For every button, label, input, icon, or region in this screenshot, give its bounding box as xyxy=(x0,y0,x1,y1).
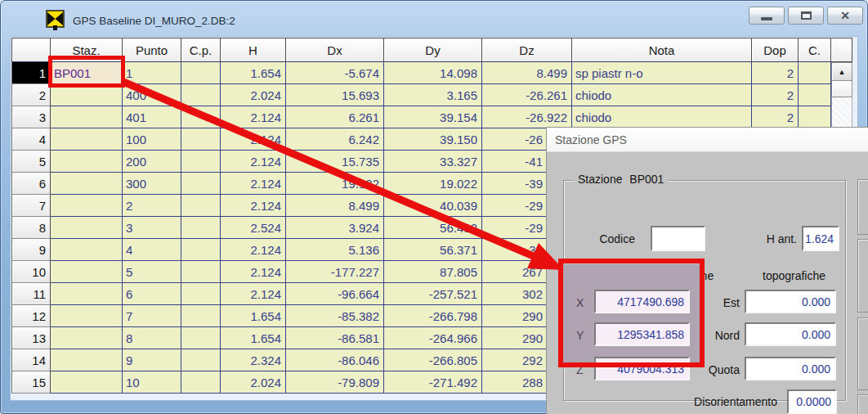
table-cell-staz-row8[interactable] xyxy=(51,217,123,239)
table-cell-cp-row2[interactable] xyxy=(181,84,221,106)
table-cell-dx-row11[interactable]: -96.664 xyxy=(286,283,384,305)
table-cell-dx-row6[interactable]: 19.122 xyxy=(286,173,384,195)
table-cell-dx-row1[interactable]: -5.674 xyxy=(286,62,384,84)
table-cell-h-row7[interactable]: 2.124 xyxy=(221,195,286,217)
table-cell-dz-row1[interactable]: 8.499 xyxy=(482,62,572,84)
nord-input[interactable] xyxy=(745,322,836,346)
row-selector-8[interactable]: 8 xyxy=(11,217,51,239)
table-cell-h-row13[interactable]: 1.654 xyxy=(221,327,286,349)
table-cell-staz-row10[interactable] xyxy=(51,261,123,283)
table-cell-h-row4[interactable]: 2.124 xyxy=(221,128,286,151)
table-cell-punto-row13[interactable]: 8 xyxy=(123,327,181,349)
table-cell-dy-row8[interactable]: 56.492 xyxy=(384,217,482,239)
table-cell-h-row14[interactable]: 2.324 xyxy=(221,349,286,371)
table-cell-dop-row3[interactable]: 2 xyxy=(752,106,799,128)
dialog-side-button-1[interactable] xyxy=(857,179,868,235)
table-cell-dx-row7[interactable]: 8.499 xyxy=(286,195,384,217)
table-cell-dop-row1[interactable]: 2 xyxy=(752,62,799,84)
row-selector-13[interactable]: 13 xyxy=(11,327,51,349)
table-cell-dop-row2[interactable]: 2 xyxy=(752,84,799,106)
table-cell-punto-row15[interactable]: 10 xyxy=(123,371,181,394)
table-cell-staz-row7[interactable] xyxy=(51,195,123,217)
table-cell-nota-row3[interactable]: chiodo xyxy=(572,106,752,128)
scrollbar-thumb[interactable] xyxy=(831,81,852,97)
table-cell-cp-row4[interactable] xyxy=(181,128,221,151)
table-cell-h-row3[interactable]: 2.124 xyxy=(221,106,286,128)
table-cell-dx-row13[interactable]: -86.581 xyxy=(286,327,384,349)
table-cell-dy-row9[interactable]: 56.371 xyxy=(384,239,482,261)
table-cell-h-row6[interactable]: 2.124 xyxy=(221,173,286,195)
close-button[interactable]: ✕ xyxy=(827,7,863,25)
table-cell-punto-row6[interactable]: 300 xyxy=(123,173,181,195)
maximize-button[interactable] xyxy=(788,7,824,25)
table-cell-staz-row6[interactable] xyxy=(51,173,123,195)
table-cell-cp-row6[interactable] xyxy=(181,173,221,195)
table-cell-dy-row14[interactable]: -266.805 xyxy=(384,349,482,371)
table-cell-cp-row15[interactable] xyxy=(181,371,221,394)
table-cell-dz-row3[interactable]: -26.922 xyxy=(482,106,572,128)
table-cell-dy-row12[interactable]: -266.798 xyxy=(384,305,482,327)
table-cell-staz-row2[interactable] xyxy=(51,84,123,106)
table-cell-staz-row15[interactable] xyxy=(51,371,123,394)
table-cell-c-row2[interactable] xyxy=(799,84,831,106)
table-cell-staz-row3[interactable] xyxy=(51,106,123,128)
table-cell-dy-row10[interactable]: 87.805 xyxy=(384,261,482,283)
table-cell-h-row8[interactable]: 2.524 xyxy=(221,217,286,239)
table-cell-dy-row13[interactable]: -264.966 xyxy=(384,327,482,349)
table-cell-h-row10[interactable]: 2.124 xyxy=(221,261,286,283)
table-cell-dx-row12[interactable]: -85.382 xyxy=(286,305,384,327)
table-cell-cp-row1[interactable] xyxy=(181,62,221,84)
row-selector-12[interactable]: 12 xyxy=(11,305,51,327)
dialog-side-button-3[interactable] xyxy=(857,317,868,390)
h-ant-input[interactable] xyxy=(802,226,839,251)
table-cell-dy-row4[interactable]: 39.150 xyxy=(384,128,482,151)
table-cell-nota-row1[interactable]: sp piastr n-o xyxy=(572,62,752,84)
table-cell-c-row1[interactable] xyxy=(799,62,831,84)
row-selector-9[interactable]: 9 xyxy=(11,239,51,261)
table-cell-staz-row13[interactable] xyxy=(51,327,123,349)
table-cell-cp-row14[interactable] xyxy=(181,349,221,371)
table-cell-dx-row5[interactable]: 15.735 xyxy=(286,151,384,173)
table-cell-staz-row14[interactable] xyxy=(51,349,123,371)
dialog-side-button-4[interactable] xyxy=(857,394,868,414)
table-cell-dy-row3[interactable]: 39.154 xyxy=(384,106,482,128)
table-cell-punto-row2[interactable]: 400 xyxy=(123,84,181,106)
table-cell-cp-row11[interactable] xyxy=(181,283,221,305)
table-cell-dx-row2[interactable]: 15.693 xyxy=(286,84,384,106)
codice-input[interactable] xyxy=(651,226,705,251)
table-cell-h-row1[interactable]: 1.654 xyxy=(221,62,286,84)
table-cell-dx-row10[interactable]: -177.227 xyxy=(286,261,384,283)
table-cell-nota-row2[interactable]: chiodo xyxy=(572,84,752,106)
table-cell-dz-row2[interactable]: -26.261 xyxy=(482,84,572,106)
table-cell-cp-row10[interactable] xyxy=(181,261,221,283)
row-selector-5[interactable]: 5 xyxy=(11,151,51,173)
table-cell-staz-row9[interactable] xyxy=(51,239,123,261)
row-selector-11[interactable]: 11 xyxy=(11,283,51,305)
dialog-side-button-2[interactable] xyxy=(857,239,868,313)
table-cell-h-row15[interactable]: 2.024 xyxy=(221,371,286,394)
table-cell-h-row5[interactable]: 2.124 xyxy=(221,151,286,173)
row-selector-4[interactable]: 4 xyxy=(11,128,51,151)
table-cell-dy-row2[interactable]: 3.165 xyxy=(384,84,482,106)
table-cell-punto-row9[interactable]: 4 xyxy=(123,239,181,261)
table-cell-dx-row15[interactable]: -79.809 xyxy=(286,371,384,394)
table-cell-cp-row5[interactable] xyxy=(181,151,221,173)
minimize-button[interactable] xyxy=(749,7,785,25)
row-selector-10[interactable]: 10 xyxy=(11,261,51,283)
table-cell-punto-row10[interactable]: 5 xyxy=(123,261,181,283)
table-cell-dx-row8[interactable]: 3.924 xyxy=(286,217,384,239)
row-selector-2[interactable]: 2 xyxy=(11,84,51,106)
disorientamento-input[interactable] xyxy=(787,389,837,414)
table-cell-h-row11[interactable]: 2.124 xyxy=(221,283,286,305)
row-selector-7[interactable]: 7 xyxy=(11,195,51,217)
table-cell-dx-row9[interactable]: 5.136 xyxy=(286,239,384,261)
z-coordinate-input[interactable] xyxy=(594,357,690,380)
table-cell-cp-row9[interactable] xyxy=(181,239,221,261)
table-cell-h-row9[interactable]: 2.124 xyxy=(221,239,286,261)
table-cell-cp-row8[interactable] xyxy=(181,217,221,239)
row-selector-1[interactable]: 1 xyxy=(11,62,51,84)
table-cell-dy-row1[interactable]: 14.098 xyxy=(384,62,482,84)
row-selector-14[interactable]: 14 xyxy=(11,349,51,371)
table-cell-dy-row7[interactable]: 40.039 xyxy=(384,195,482,217)
table-cell-punto-row14[interactable]: 9 xyxy=(123,349,181,371)
